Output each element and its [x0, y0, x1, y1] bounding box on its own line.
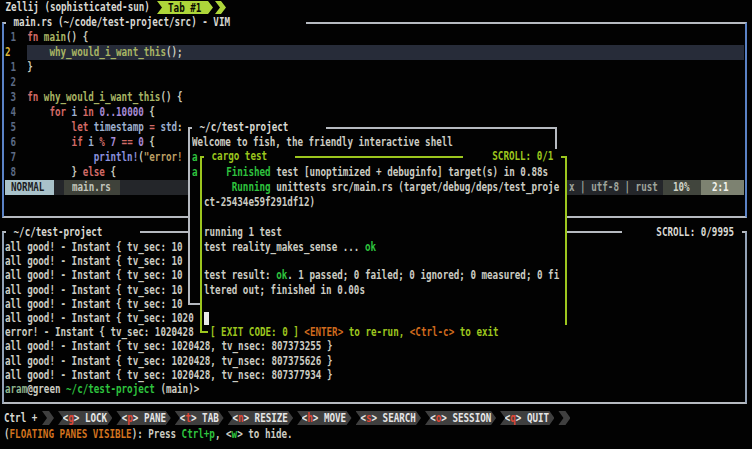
text-run: PANE — [144, 411, 166, 425]
zellij-terminal: 1 fn main() {2 why_would_i_want_this(); … — [0, 0, 752, 449]
keybar-segment-session[interactable]: <o> SESSION — [425, 411, 496, 425]
text-run: RESIZE — [255, 411, 288, 425]
keybar-segment-move[interactable]: <h> MOVE — [297, 411, 351, 425]
help-bar-text: (FLOATING PANES VISIBLE): Press Ctrl+p, … — [4, 427, 380, 441]
tab-arrow-tip — [215, 1, 226, 14]
tab-bar: Tab #1 — [157, 1, 226, 14]
text-run: Tab #1 — [168, 1, 201, 15]
keybar-segment-resize[interactable]: <n> RESIZE — [228, 411, 294, 425]
text-run: > — [441, 411, 452, 425]
text-run: QUIT — [527, 411, 549, 425]
text-run: FLOATING PANES VISIBLE — [10, 427, 132, 441]
status-bars-layer: Zellij (sophisticated-sun) Tab #1Ctrl +<… — [0, 0, 752, 449]
text-run: SEARCH — [383, 411, 416, 425]
text-run: Ctrl + — [4, 411, 37, 425]
text-run: > — [372, 411, 383, 425]
text-run: SESSION — [452, 411, 491, 425]
keybar-prefix: Ctrl + — [4, 411, 47, 425]
keybar-trail-arrow — [558, 411, 570, 425]
keybar-segment-tab[interactable]: <t> TAB — [175, 411, 224, 425]
keybar-segment-pane[interactable]: <p> PANE — [116, 411, 170, 425]
keybar-segment-lock[interactable]: <g> LOCK — [58, 411, 112, 425]
text-run: > — [191, 411, 202, 425]
text-run: Ctrl+p — [182, 427, 215, 441]
keybar-lead-arrow — [42, 411, 54, 425]
tab-item-active[interactable]: Tab #1 — [157, 1, 213, 14]
text-run: , < — [215, 427, 232, 441]
text-run: ): Press — [132, 427, 182, 441]
keybinding-ribbon: <g> LOCK<p> PANE<t> TAB<n> RESIZE<h> MOV… — [42, 411, 570, 425]
text-run: > — [74, 411, 85, 425]
keybar-segment-search[interactable]: <s> SEARCH — [356, 411, 422, 425]
text-run: Zellij (sophisticated-sun) — [0, 0, 155, 14]
text-run: MOVE — [324, 411, 346, 425]
text-run: LOCK — [85, 411, 107, 425]
text-run: > — [516, 411, 527, 425]
keybar-segment-quit[interactable]: <q> QUIT — [500, 411, 554, 425]
text-run: > — [313, 411, 324, 425]
text-run: > — [132, 411, 143, 425]
text-run: > to hide. — [237, 427, 293, 441]
text-run: > — [244, 411, 255, 425]
text-run: TAB — [202, 411, 219, 425]
